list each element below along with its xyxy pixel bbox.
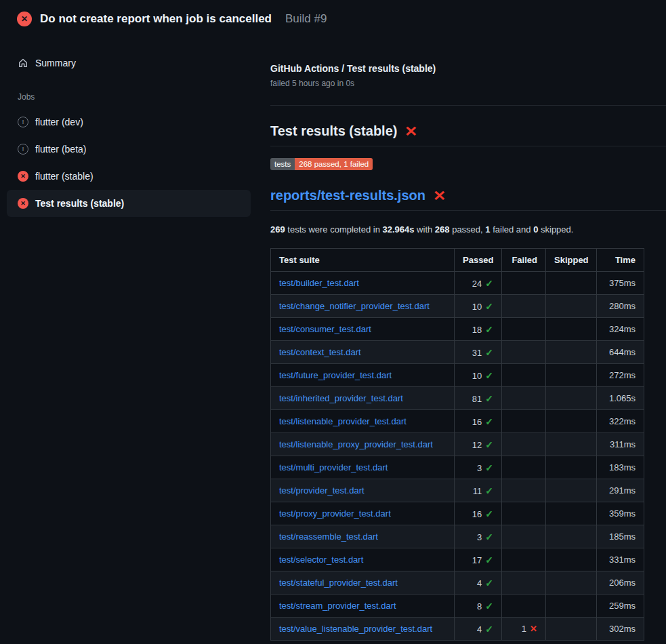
- check-icon: ✓: [485, 278, 493, 289]
- x-fail-icon: ✕: [405, 124, 418, 138]
- jobs-section-label: Jobs: [18, 92, 257, 102]
- passed-count: 3: [477, 463, 482, 473]
- status-line: failed 5 hours ago in 0s: [270, 79, 666, 88]
- check-icon: ✓: [485, 508, 493, 519]
- test-results-table: Test suite Passed Failed Skipped Time te…: [270, 248, 644, 641]
- test-suite-cell: test/selector_test.dart: [271, 548, 455, 571]
- failed-cell: [502, 502, 546, 525]
- table-row: test/change_notifier_provider_test.dart1…: [271, 295, 644, 318]
- test-suite-cell: test/consumer_test.dart: [271, 318, 455, 341]
- sidebar-item-job[interactable]: !flutter (beta): [7, 136, 251, 163]
- passed-count: 10: [472, 302, 482, 312]
- passed-cell: 24✓: [455, 272, 502, 295]
- test-suite-link[interactable]: test/listenable_proxy_provider_test.dart: [279, 439, 433, 449]
- sidebar-item-job[interactable]: !flutter (dev): [7, 108, 251, 136]
- skipped-cell: [546, 318, 597, 341]
- test-suite-link[interactable]: test/proxy_provider_test.dart: [279, 508, 391, 519]
- time-cell: 185ms: [597, 525, 644, 548]
- skipped-cell: [546, 364, 597, 387]
- breadcrumb: GitHub Actions / Test results (stable): [270, 63, 666, 74]
- skipped-cell: [546, 571, 597, 595]
- check-icon: ✓: [485, 393, 493, 404]
- passed-count: 17: [472, 555, 482, 565]
- sidebar-item-summary[interactable]: Summary: [7, 49, 251, 77]
- section-title: Test results (stable): [270, 123, 397, 139]
- time-cell: 206ms: [597, 571, 644, 595]
- test-suite-link[interactable]: test/consumer_test.dart: [279, 324, 371, 334]
- summary-text-part: 1: [485, 224, 490, 235]
- passed-cell: 12✓: [455, 433, 502, 456]
- test-suite-cell: test/context_test.dart: [271, 341, 455, 364]
- failed-cell: [502, 341, 546, 364]
- x-circle-fail-icon: ✕: [18, 198, 28, 209]
- skipped-cell: [546, 387, 597, 410]
- test-suite-link[interactable]: test/reassemble_test.dart: [279, 531, 378, 542]
- sidebar-item-job[interactable]: ✕Test results (stable): [7, 190, 251, 217]
- test-suite-link[interactable]: test/builder_test.dart: [279, 278, 359, 288]
- col-header-skipped: Skipped: [546, 249, 597, 272]
- check-icon: ✓: [485, 370, 493, 381]
- test-suite-link[interactable]: test/stateful_provider_test.dart: [279, 578, 398, 588]
- passed-cell: 10✓: [455, 364, 502, 387]
- test-suite-link[interactable]: test/selector_test.dart: [279, 555, 363, 565]
- neutral-status-icon: !: [18, 144, 28, 155]
- time-cell: 322ms: [597, 410, 644, 433]
- summary-sentence: 269 tests were completed in 32.964s with…: [270, 224, 666, 235]
- summary-text-part: 32.964s: [383, 224, 415, 235]
- build-number: Build #9: [285, 12, 327, 26]
- skipped-cell: [546, 502, 597, 525]
- test-suite-link[interactable]: test/future_provider_test.dart: [279, 370, 392, 380]
- summary-text-part: with: [415, 224, 435, 235]
- failed-cell: [502, 318, 546, 341]
- test-suite-link[interactable]: test/value_listenable_provider_test.dart: [279, 624, 432, 634]
- test-suite-link[interactable]: test/provider_test.dart: [279, 485, 365, 496]
- passed-cell: 4✓: [455, 618, 502, 641]
- table-row: test/reassemble_test.dart3✓185ms: [271, 525, 644, 548]
- test-suite-link[interactable]: test/multi_provider_test.dart: [279, 462, 388, 472]
- sidebar-jobs: !flutter (dev)!flutter (beta)✕flutter (s…: [0, 108, 257, 217]
- table-row: test/listenable_proxy_provider_test.dart…: [271, 433, 644, 456]
- failed-cell: [502, 364, 546, 387]
- passed-cell: 16✓: [455, 410, 502, 433]
- report-file-link[interactable]: reports/test-results.json: [270, 188, 425, 203]
- check-icon: ✓: [485, 485, 493, 496]
- test-table-body: test/builder_test.dart24✓375mstest/chang…: [271, 272, 644, 641]
- passed-count: 16: [472, 509, 482, 519]
- time-cell: 331ms: [597, 548, 644, 571]
- skipped-cell: [546, 479, 597, 502]
- passed-cell: 10✓: [455, 295, 502, 318]
- table-row: test/stateful_provider_test.dart4✓206ms: [271, 571, 644, 595]
- x-circle-fail-icon: ✕: [18, 171, 28, 182]
- check-icon: ✓: [485, 324, 493, 335]
- passed-count: 8: [477, 601, 482, 611]
- neutral-status-icon: !: [18, 117, 28, 127]
- time-cell: 375ms: [597, 272, 644, 295]
- failed-cell: [502, 525, 546, 548]
- test-suite-link[interactable]: test/context_test.dart: [279, 347, 361, 357]
- test-suite-cell: test/inherited_provider_test.dart: [271, 387, 455, 410]
- report-heading: reports/test-results.json ✕: [270, 188, 666, 211]
- time-cell: 311ms: [597, 433, 644, 456]
- passed-count: 12: [472, 440, 482, 450]
- col-header-test-suite: Test suite: [271, 249, 455, 272]
- summary-text-part: tests were completed in: [285, 224, 383, 235]
- test-suite-link[interactable]: test/inherited_provider_test.dart: [279, 393, 403, 403]
- table-row: test/inherited_provider_test.dart81✓1.06…: [271, 387, 644, 410]
- passed-count: 11: [473, 486, 482, 496]
- skipped-cell: [546, 295, 597, 318]
- time-cell: 324ms: [597, 318, 644, 341]
- failed-cell: [502, 456, 546, 479]
- main-content: GitHub Actions / Test results (stable) f…: [257, 38, 666, 641]
- passed-count: 16: [472, 417, 482, 427]
- summary-text-part: skipped.: [538, 224, 573, 235]
- sidebar-item-label: Summary: [35, 58, 76, 68]
- test-suite-link[interactable]: test/change_notifier_provider_test.dart: [279, 301, 430, 311]
- sidebar-item-job[interactable]: ✕flutter (stable): [7, 163, 251, 190]
- passed-cell: 3✓: [455, 456, 502, 479]
- time-cell: 1.065s: [597, 387, 644, 410]
- table-row: test/consumer_test.dart18✓324ms: [271, 318, 644, 341]
- failed-cell: [502, 548, 546, 571]
- test-suite-link[interactable]: test/listenable_provider_test.dart: [279, 416, 407, 426]
- test-suite-link[interactable]: test/stream_provider_test.dart: [279, 601, 396, 611]
- passed-cell: 31✓: [455, 341, 502, 364]
